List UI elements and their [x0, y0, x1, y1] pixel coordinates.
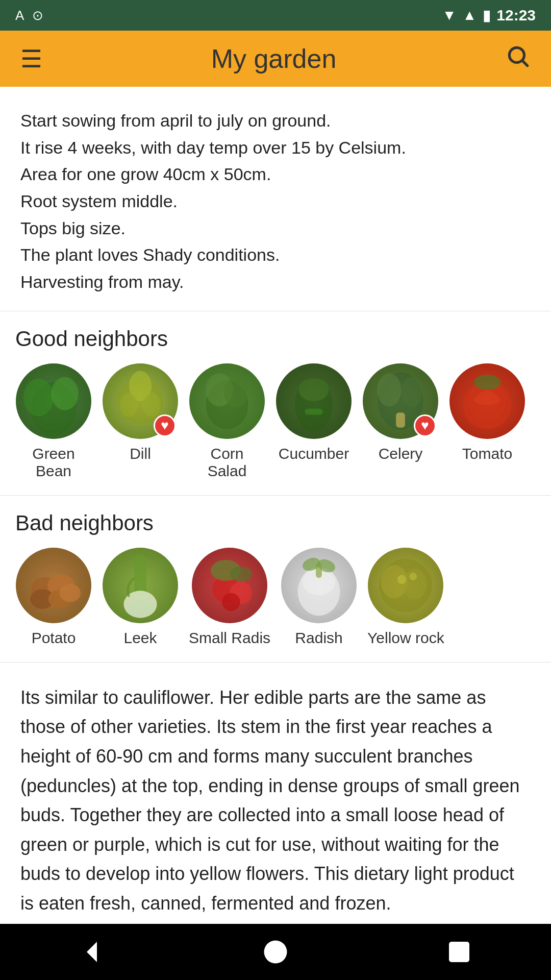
potato-label: Potato — [32, 629, 76, 647]
svg-point-43 — [397, 575, 407, 584]
svg-rect-27 — [134, 555, 146, 597]
good-neighbors-title: Good neighbors — [15, 327, 536, 351]
signal-icon: ▲ — [463, 7, 477, 23]
nav-bar — [0, 924, 551, 980]
good-neighbors-section: Good neighbors Green Bean — [0, 311, 551, 496]
neighbor-potato[interactable]: Potato — [15, 548, 92, 647]
time-display: 12:23 — [496, 7, 536, 24]
dill-avatar-wrapper: ♥ — [103, 363, 178, 439]
svg-point-13 — [298, 378, 329, 401]
page-title: My garden — [211, 43, 337, 74]
neighbor-dill[interactable]: ♥ Dill — [102, 363, 179, 480]
potato-avatar-wrapper — [16, 548, 91, 623]
neighbor-cucumber[interactable]: Cucumber — [276, 363, 352, 480]
dill-label: Dill — [130, 445, 151, 462]
tomato-avatar-wrapper — [449, 363, 525, 439]
tomato-label: Tomato — [462, 445, 512, 462]
corn-salad-label: Corn Salad — [189, 445, 265, 480]
svg-point-26 — [60, 584, 81, 602]
menu-button[interactable]: ☰ — [20, 44, 42, 73]
potato-avatar — [16, 548, 91, 623]
status-bar-right: ▼ ▲ ▮ 12:23 — [442, 7, 536, 24]
dill-heart-badge: ♥ — [154, 414, 176, 437]
svg-point-7 — [120, 393, 138, 417]
page-content: Start sowing from april to july on groun… — [0, 87, 551, 980]
status-bar: A ⊙ ▼ ▲ ▮ 12:23 — [0, 0, 551, 31]
bad-neighbors-row: Potato Leek — [15, 548, 536, 652]
green-bean-avatar-wrapper — [16, 363, 91, 439]
wifi-icon: ▼ — [442, 7, 457, 23]
svg-point-3 — [23, 378, 54, 416]
neighbor-tomato[interactable]: Tomato — [449, 363, 525, 480]
neighbor-yellow-rock[interactable]: Yellow rock — [367, 548, 444, 647]
back-button[interactable] — [71, 932, 112, 972]
leek-label: Leek — [123, 629, 157, 647]
svg-point-20 — [473, 375, 500, 390]
yellow-rock-avatar — [368, 548, 443, 623]
neighbor-radish[interactable]: Radish — [281, 548, 357, 647]
svg-point-17 — [401, 377, 422, 407]
svg-point-29 — [127, 599, 154, 617]
green-bean-avatar — [16, 363, 91, 439]
svg-rect-47 — [449, 942, 469, 962]
neighbor-corn-salad[interactable]: Corn Salad — [189, 363, 265, 480]
radish-label: Radish — [295, 629, 342, 647]
svg-point-34 — [230, 567, 252, 582]
neighbor-green-bean[interactable]: Green Bean — [15, 363, 92, 480]
leek-avatar-wrapper — [103, 548, 178, 623]
green-bean-label: Green Bean — [15, 445, 92, 480]
sync-icon: ⊙ — [32, 8, 43, 23]
bad-neighbors-section: Bad neighbors Potato — [0, 496, 551, 663]
cucumber-avatar — [276, 363, 352, 439]
search-button[interactable] — [505, 43, 531, 75]
small-radis-avatar-wrapper — [192, 548, 267, 623]
cucumber-avatar-wrapper — [276, 363, 352, 439]
bad-neighbors-title: Bad neighbors — [15, 511, 536, 535]
celery-label: Celery — [379, 445, 423, 462]
svg-rect-18 — [396, 412, 405, 428]
yellow-rock-label: Yellow rock — [367, 629, 444, 647]
celery-heart-badge: ♥ — [414, 414, 436, 437]
cucumber-label: Cucumber — [279, 445, 349, 462]
neighbor-small-radis[interactable]: Small Radis — [189, 548, 270, 647]
svg-point-16 — [377, 373, 401, 406]
notification-icon: A — [15, 8, 24, 23]
plant-info-block: Start sowing from april to july on groun… — [0, 87, 551, 311]
good-neighbors-row: Green Bean ♥ Dill — [15, 363, 536, 485]
plant-info-text: Start sowing from april to july on groun… — [20, 107, 531, 296]
home-button[interactable] — [255, 932, 296, 972]
neighbor-celery[interactable]: ♥ Celery — [362, 363, 439, 480]
app-header: ☰ My garden — [0, 31, 551, 87]
small-radis-avatar — [192, 548, 267, 623]
svg-point-4 — [52, 377, 79, 410]
description-block: Its similar to cauliflower. Her edible p… — [0, 663, 551, 939]
status-bar-left: A ⊙ — [15, 8, 43, 23]
svg-point-44 — [410, 573, 417, 580]
description-text: Its similar to cauliflower. Her edible p… — [20, 683, 531, 918]
corn-salad-avatar-wrapper — [189, 363, 265, 439]
recent-apps-button[interactable] — [439, 932, 480, 972]
tomato-avatar — [449, 363, 525, 439]
svg-point-8 — [142, 393, 161, 417]
small-radis-label: Small Radis — [189, 629, 270, 647]
radish-avatar — [281, 548, 357, 623]
corn-salad-avatar — [189, 363, 265, 439]
battery-icon: ▮ — [483, 7, 490, 24]
yellow-rock-avatar-wrapper — [368, 548, 443, 623]
celery-avatar-wrapper: ♥ — [363, 363, 438, 439]
svg-rect-14 — [305, 409, 323, 415]
svg-marker-45 — [87, 942, 97, 962]
svg-point-46 — [264, 941, 287, 964]
leek-avatar — [103, 548, 178, 623]
svg-point-32 — [222, 593, 240, 611]
radish-avatar-wrapper — [281, 548, 357, 623]
svg-point-11 — [224, 377, 248, 407]
neighbor-leek[interactable]: Leek — [102, 548, 179, 647]
svg-line-1 — [523, 61, 528, 65]
